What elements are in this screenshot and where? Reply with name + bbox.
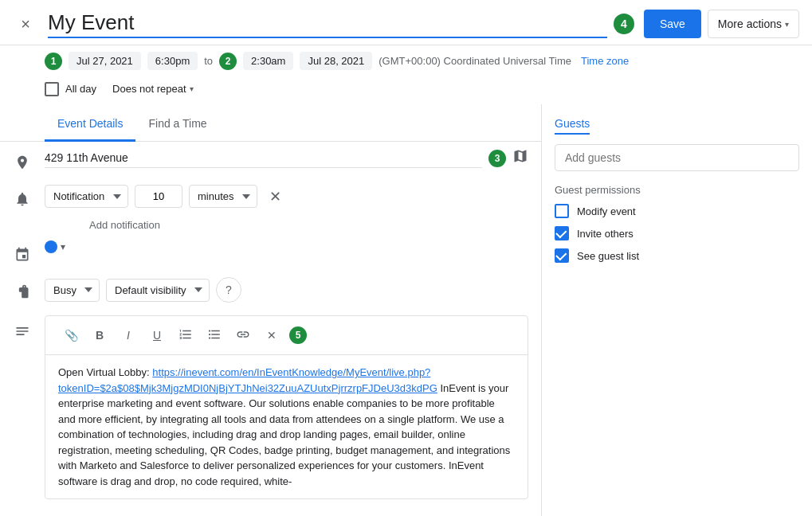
to-text: to xyxy=(204,55,213,67)
italic-icon: I xyxy=(127,329,130,342)
chevron-down-icon: ▾ xyxy=(785,20,789,29)
timezone-text: (GMT+00:00) Coordinated Universal Time xyxy=(379,55,571,67)
ordered-list-icon xyxy=(178,327,193,344)
see-guest-list-label: See guest list xyxy=(577,250,639,262)
header-actions: Save More actions ▾ xyxy=(644,10,799,38)
attach-icon: 📎 xyxy=(65,329,78,342)
see-guest-list-checkbox[interactable] xyxy=(555,248,569,263)
clear-icon: ✕ xyxy=(267,329,277,342)
header: × My Event 4 Save More actions ▾ xyxy=(0,0,812,45)
link-button[interactable] xyxy=(230,322,256,348)
end-time-button[interactable]: 2:30am xyxy=(243,52,293,70)
datetime-badge-2: 2 xyxy=(219,53,237,70)
bold-icon: B xyxy=(96,329,104,342)
notification-unit-select[interactable]: minutes xyxy=(189,185,257,208)
remove-notification-button[interactable]: ✕ xyxy=(264,186,286,208)
calendar-dropdown-icon: ▾ xyxy=(61,241,65,252)
unordered-list-icon xyxy=(207,327,222,344)
bold-button[interactable]: B xyxy=(87,322,112,348)
remove-notif-icon: ✕ xyxy=(269,188,281,205)
suitcase-icon xyxy=(13,282,32,301)
description-editor: 📎 B I U xyxy=(45,315,528,499)
description-body: InEvent is your enterprise marketing and… xyxy=(58,382,510,487)
notification-icon xyxy=(13,190,32,209)
location-badge: 3 xyxy=(488,150,506,167)
add-notification-label: Add notification xyxy=(45,216,173,234)
description-row: 📎 B I U xyxy=(0,309,541,506)
location-row: 429 11th Avenue 3 xyxy=(0,142,541,178)
left-panel: Event Details Find a Time 429 11th Avenu… xyxy=(0,104,541,516)
underline-button[interactable]: U xyxy=(144,322,170,348)
description-toolbar: 📎 B I U xyxy=(45,316,528,355)
datetime-badge-1: 1 xyxy=(45,53,62,70)
timezone-link[interactable]: Time zone xyxy=(581,55,629,67)
title-area: My Event 4 xyxy=(48,10,634,38)
clear-formatting-button[interactable]: ✕ xyxy=(259,322,284,348)
permission-row-invite: Invite others xyxy=(555,226,799,240)
invite-others-label: Invite others xyxy=(577,228,634,240)
guest-permissions-title: Guest permissions xyxy=(555,184,799,196)
location-input[interactable]: 429 11th Avenue xyxy=(45,148,482,168)
save-button[interactable]: Save xyxy=(644,10,701,38)
notification-controls: Notification 10 minutes ✕ xyxy=(45,185,528,208)
add-notification-row[interactable]: Add notification xyxy=(0,215,541,234)
link-icon xyxy=(236,327,250,344)
notification-minutes-input[interactable]: 10 xyxy=(135,185,182,208)
start-date-button[interactable]: Jul 27, 2021 xyxy=(69,52,141,70)
tab-find-a-time[interactable]: Find a Time xyxy=(135,108,219,142)
guests-title: Guests xyxy=(555,117,590,135)
repeat-dropdown[interactable]: Does not repeat ▾ xyxy=(106,80,200,98)
tabs-row: Event Details Find a Time xyxy=(0,108,541,142)
location-content: 429 11th Avenue 3 xyxy=(45,148,528,168)
toolbar-badge: 5 xyxy=(289,326,307,344)
event-dialog: × My Event 4 Save More actions ▾ 1 Jul 2… xyxy=(0,0,812,516)
visibility-select[interactable]: Default visibility xyxy=(106,279,210,302)
calendar-row: ▾ xyxy=(0,234,541,271)
calendar-color-dot xyxy=(45,240,57,253)
repeat-label: Does not repeat xyxy=(112,83,186,95)
event-title-input[interactable]: My Event xyxy=(48,10,607,38)
description-icon xyxy=(13,322,32,341)
datetime-row: 1 Jul 27, 2021 6:30pm to 2 2:30am Jul 28… xyxy=(0,45,812,76)
location-icon xyxy=(13,153,32,172)
calendar-selector[interactable]: ▾ xyxy=(45,240,65,253)
allday-label: All day xyxy=(65,83,96,95)
right-panel: Guests Guest permissions Modify event In… xyxy=(541,104,812,516)
notification-type-select[interactable]: Notification xyxy=(45,185,128,208)
notification-form-row: Notification 10 minutes ✕ xyxy=(0,178,541,215)
repeat-chevron-icon: ▾ xyxy=(190,84,194,93)
unordered-list-button[interactable] xyxy=(202,322,227,348)
tab-event-details[interactable]: Event Details xyxy=(45,108,135,142)
map-icon[interactable] xyxy=(512,148,528,168)
title-badge: 4 xyxy=(614,14,634,34)
help-icon: ? xyxy=(226,283,232,296)
attach-button[interactable]: 📎 xyxy=(58,322,84,348)
permission-row-modify: Modify event xyxy=(555,204,799,218)
close-button[interactable]: × xyxy=(13,11,38,37)
permission-row-see-guests: See guest list xyxy=(555,248,799,263)
status-controls: Busy Default visibility ? xyxy=(45,277,241,303)
allday-row: All day Does not repeat ▾ xyxy=(0,76,812,104)
description-content[interactable]: Open Virtual Lobby: https://inevent.com/… xyxy=(45,355,528,498)
more-actions-button[interactable]: More actions ▾ xyxy=(708,10,799,38)
modify-event-label: Modify event xyxy=(577,205,636,217)
calendar-icon xyxy=(13,245,32,264)
more-actions-label: More actions xyxy=(718,18,782,30)
italic-button[interactable]: I xyxy=(116,322,141,348)
invite-others-checkbox[interactable] xyxy=(555,226,569,240)
main-content: Event Details Find a Time 429 11th Avenu… xyxy=(0,104,812,516)
busy-select[interactable]: Busy xyxy=(45,279,100,302)
allday-checkbox[interactable] xyxy=(45,82,59,96)
add-guests-input[interactable] xyxy=(555,144,799,171)
allday-checkbox-container: All day xyxy=(45,82,96,96)
start-time-button[interactable]: 6:30pm xyxy=(147,52,198,70)
end-date-button[interactable]: Jul 28, 2021 xyxy=(300,52,372,70)
close-icon: × xyxy=(21,15,30,33)
description-prefix: Open Virtual Lobby: xyxy=(58,366,152,378)
modify-event-checkbox[interactable] xyxy=(555,204,569,218)
status-row: Busy Default visibility ? xyxy=(0,271,541,309)
help-button[interactable]: ? xyxy=(216,277,241,303)
ordered-list-button[interactable] xyxy=(173,322,198,348)
underline-icon: U xyxy=(153,329,161,342)
